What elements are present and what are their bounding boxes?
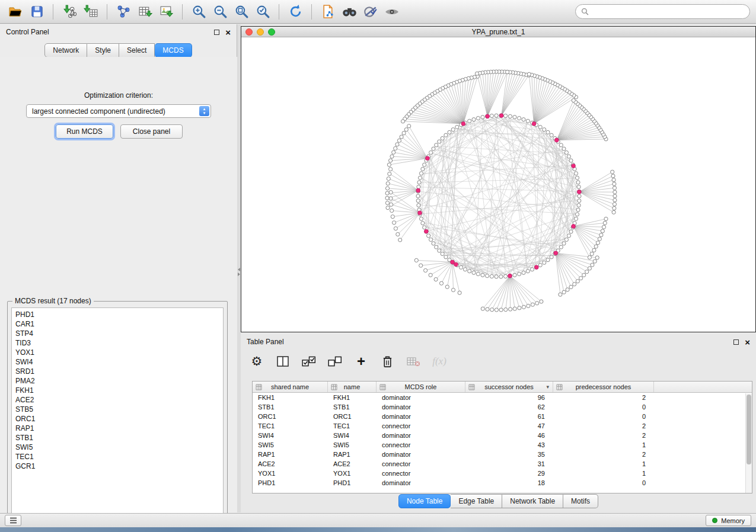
- mcds-result-item[interactable]: YOX1: [12, 348, 223, 357]
- toolbar-separator: [53, 4, 53, 20]
- import-network-file-icon[interactable]: [60, 3, 79, 21]
- mcds-result-item[interactable]: STB5: [12, 405, 223, 414]
- refresh-icon[interactable]: [286, 3, 305, 21]
- search-input[interactable]: [592, 7, 744, 17]
- mcds-result-item[interactable]: SWI5: [12, 443, 223, 452]
- function-builder-icon: f(x): [432, 354, 447, 369]
- table-row[interactable]: PHD1PHD1dominator180: [253, 478, 752, 488]
- export-image-icon[interactable]: [157, 3, 176, 21]
- table-settings-icon[interactable]: ⚙: [249, 354, 264, 369]
- mcds-result-item[interactable]: STP4: [12, 329, 223, 338]
- run-mcds-button[interactable]: Run MCDS: [56, 124, 113, 139]
- show-panels-button[interactable]: [5, 515, 21, 526]
- float-panel-icon[interactable]: [733, 339, 739, 345]
- tab-motifs[interactable]: Motifs: [563, 494, 598, 508]
- tab-select[interactable]: Select: [119, 43, 155, 57]
- table-row[interactable]: YOX1YOX1connector291: [253, 469, 752, 478]
- close-panel-icon[interactable]: ×: [745, 339, 750, 345]
- mcds-result-item[interactable]: FKH1: [12, 386, 223, 395]
- scrollbar-thumb[interactable]: [747, 395, 751, 464]
- mcds-result-item[interactable]: SRD1: [12, 367, 223, 376]
- criterion-dropdown[interactable]: largest connected component (undirected)…: [26, 104, 211, 118]
- table-row[interactable]: ACE2ACE2connector311: [253, 459, 752, 469]
- mcds-result-item[interactable]: SWI4: [12, 357, 223, 367]
- import-table-file-icon[interactable]: [81, 3, 100, 21]
- column-header-successor-nodes[interactable]: successor nodes ▾: [465, 382, 553, 392]
- apply-style-icon[interactable]: [361, 3, 380, 21]
- table-cell: RAP1: [253, 451, 328, 458]
- show-hide-icon[interactable]: [382, 3, 401, 21]
- select-all-icon[interactable]: [301, 354, 317, 369]
- table-row[interactable]: STB1STB1dominator620: [253, 402, 752, 412]
- table-cell: dominator: [377, 451, 465, 458]
- close-panel-icon[interactable]: ×: [225, 30, 231, 35]
- table-row[interactable]: FKH1FKH1dominator962: [253, 393, 752, 402]
- mcds-result-list[interactable]: PHD1CAR1STP4TID3YOX1SWI4SRD1PMA2FKH1ACE2…: [11, 307, 224, 517]
- zoom-in-icon[interactable]: [189, 3, 208, 21]
- tab-node-table[interactable]: Node Table: [398, 494, 451, 508]
- table-cell: 46: [465, 432, 553, 439]
- column-header-mcds-role[interactable]: MCDS role: [377, 382, 465, 392]
- column-header-shared-name[interactable]: shared name: [253, 382, 328, 392]
- export-network-icon[interactable]: [114, 3, 133, 21]
- table-cell: dominator: [377, 432, 465, 439]
- list-icon: [9, 517, 17, 524]
- column-header-name[interactable]: name: [328, 382, 377, 392]
- mcds-result-item[interactable]: PMA2: [12, 376, 223, 386]
- column-header-predecessor-nodes[interactable]: predecessor nodes: [553, 382, 654, 392]
- memory-button[interactable]: Memory: [706, 515, 751, 526]
- network-canvas[interactable]: [241, 37, 755, 332]
- table-row[interactable]: SWI4SWI4dominator462: [253, 431, 752, 440]
- table-row[interactable]: SWI5SWI5connector431: [253, 440, 752, 450]
- table-row[interactable]: ORC1ORC1dominator610: [253, 412, 752, 421]
- tab-style[interactable]: Style: [87, 43, 119, 57]
- deselect-all-icon[interactable]: [327, 354, 343, 369]
- search-network-icon[interactable]: [340, 3, 359, 21]
- node-table: shared name name MCDS role successor nod…: [252, 381, 752, 493]
- table-scrollbar[interactable]: [745, 393, 752, 493]
- memory-status-icon: [712, 518, 717, 523]
- table-cell: 31: [465, 460, 553, 467]
- mcds-result-item[interactable]: ORC1: [12, 414, 223, 424]
- search-field[interactable]: [575, 4, 750, 19]
- mcds-result-item[interactable]: TEC1: [12, 452, 223, 462]
- network-graph[interactable]: [241, 37, 755, 332]
- table-cell: 96: [465, 394, 553, 401]
- add-column-icon[interactable]: +: [353, 354, 369, 369]
- control-panel-header: Control Panel ×: [0, 24, 237, 40]
- table-toolbar: ⚙ + f(x): [249, 351, 447, 372]
- close-panel-button[interactable]: Close panel: [120, 124, 183, 139]
- zoom-out-icon[interactable]: [210, 3, 229, 21]
- export-table-icon[interactable]: [135, 3, 154, 21]
- tab-network-table[interactable]: Network Table: [502, 494, 563, 508]
- save-icon[interactable]: [27, 3, 46, 21]
- tab-network[interactable]: Network: [44, 43, 87, 57]
- mcds-result-item[interactable]: RAP1: [12, 424, 223, 433]
- network-window-title: YPA_prune.txt_1: [241, 28, 755, 36]
- float-panel-icon[interactable]: [214, 30, 219, 35]
- table-row[interactable]: TEC1TEC1connector472: [253, 421, 752, 431]
- delete-column-icon[interactable]: [379, 354, 395, 369]
- tab-edge-table[interactable]: Edge Table: [451, 494, 502, 508]
- mcds-result-item[interactable]: GCR1: [12, 462, 223, 471]
- table-cell: TEC1: [328, 422, 377, 430]
- mcds-result-item[interactable]: ACE2: [12, 395, 223, 405]
- toolbar-separator: [107, 4, 107, 20]
- table-row[interactable]: RAP1RAP1dominator352: [253, 450, 752, 459]
- mcds-result-item[interactable]: STB1: [12, 433, 223, 443]
- tab-mcds[interactable]: MCDS: [155, 43, 192, 57]
- network-view-window: YPA_prune.txt_1: [241, 26, 756, 332]
- zoom-selected-icon[interactable]: [253, 3, 272, 21]
- mcds-result-item[interactable]: PHD1: [12, 310, 223, 319]
- zoom-fit-icon[interactable]: [232, 3, 251, 21]
- table-cell: 61: [465, 413, 553, 420]
- show-columns-icon[interactable]: [275, 354, 291, 369]
- open-folder-icon[interactable]: [6, 3, 25, 21]
- search-icon: [581, 8, 589, 15]
- status-bar: Memory: [0, 513, 756, 527]
- dropdown-stepper-icon: ▲▼: [199, 106, 209, 116]
- network-window-titlebar[interactable]: YPA_prune.txt_1: [241, 27, 755, 37]
- clone-network-icon[interactable]: [318, 3, 337, 21]
- mcds-result-item[interactable]: TID3: [12, 338, 223, 348]
- mcds-result-item[interactable]: CAR1: [12, 319, 223, 329]
